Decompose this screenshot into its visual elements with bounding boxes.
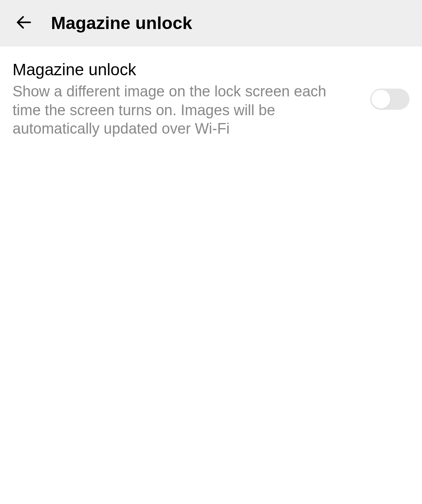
back-button[interactable]	[13, 12, 35, 34]
content-area: Magazine unlock Show a different image o…	[0, 46, 422, 152]
toggle-knob	[371, 90, 390, 109]
magazine-unlock-toggle[interactable]	[370, 89, 409, 110]
setting-title: Magazine unlock	[13, 60, 355, 79]
arrow-left-icon	[15, 13, 33, 33]
setting-text-block: Magazine unlock Show a different image o…	[13, 60, 370, 138]
setting-description: Show a different image on the lock scree…	[13, 82, 355, 138]
page-title: Magazine unlock	[51, 13, 192, 33]
header: Magazine unlock	[0, 0, 422, 46]
setting-magazine-unlock[interactable]: Magazine unlock Show a different image o…	[13, 60, 409, 138]
